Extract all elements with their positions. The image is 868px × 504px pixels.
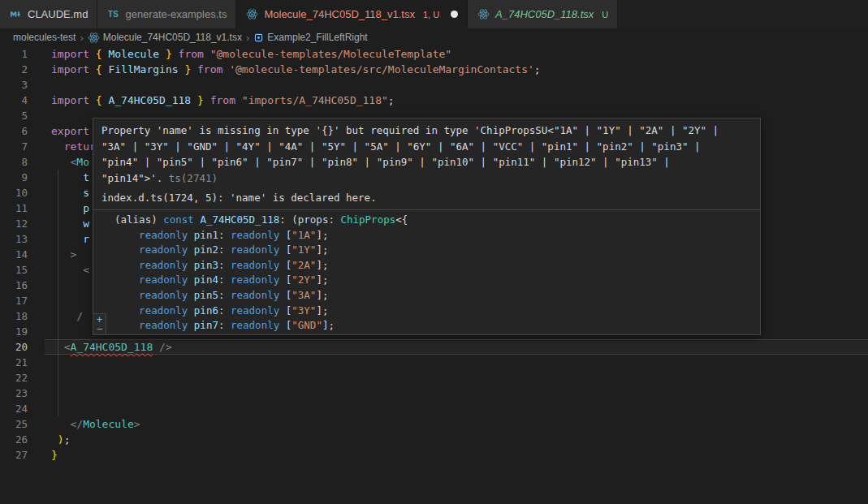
hover-code-line-7: readonly pin6: readonly ["3Y"]; <box>114 304 752 319</box>
token-id: pin5 <box>194 289 218 301</box>
tab-Molecule_74HC05D_118_v1.tsx[interactable]: Molecule_74HC05D_118_v1.tsx1, U <box>236 0 468 28</box>
line-content[interactable]: <A_74HC05D_118 /> <box>28 339 172 355</box>
token-plain: ]; <box>316 259 328 271</box>
line-content[interactable]: import { Molecule } from "@molecule-temp… <box>28 46 451 62</box>
line-content[interactable]: r <box>28 231 89 247</box>
code-line-26[interactable]: 26 ); <box>0 432 868 447</box>
line-content[interactable]: </Molecule> <box>28 416 140 432</box>
token-msg: "pin4" | "pin5" | "pin6" | "pin7" | "pin… <box>101 156 670 168</box>
line-content[interactable]: / <box>28 308 83 324</box>
token-kw2: readonly <box>231 229 286 241</box>
token-id: r <box>51 233 89 245</box>
line-content[interactable] <box>28 355 51 370</box>
token-kw2: readonly <box>139 259 194 271</box>
line-content[interactable]: t <box>28 170 89 185</box>
line-content[interactable]: p <box>28 200 89 216</box>
tab-label: Molecule_74HC05D_118_v1.tsx <box>264 8 414 20</box>
token-plain: : (props: <box>279 213 340 226</box>
token-str: "3Y" <box>291 304 316 317</box>
token-brace: ) <box>51 433 64 446</box>
breadcrumb-item-molecules-test[interactable]: molecules-test <box>13 32 76 43</box>
line-content[interactable]: retur <box>28 139 96 154</box>
token-tag: /> <box>159 341 172 353</box>
line-content[interactable]: ); <box>28 432 70 447</box>
token-kw2: const <box>163 213 200 226</box>
tab-CLAUDE.md[interactable]: CLAUDE.md <box>0 0 97 28</box>
token-plain <box>114 243 139 256</box>
code-line-3[interactable]: 3 <box>0 77 868 93</box>
line-content[interactable] <box>28 108 51 123</box>
tab-decoration: 1, U <box>423 10 439 19</box>
token-id: pin1 <box>194 229 218 241</box>
hover-code-line-5: readonly pin4: readonly ["2Y"]; <box>114 273 752 288</box>
breadcrumb-item-Example2_FillLeftRight[interactable]: Example2_FillLeftRight <box>253 32 367 43</box>
line-content[interactable]: > <box>28 247 76 262</box>
line-content[interactable]: export <box>28 123 89 139</box>
decrease-verbosity-button[interactable]: − <box>97 325 102 333</box>
code-line-1[interactable]: 1import { Molecule } from "@molecule-tem… <box>0 46 868 62</box>
hover-message-line-3: "pin4" | "pin5" | "pin6" | "pin7" | "pin… <box>101 154 752 170</box>
symbol-icon <box>253 32 264 43</box>
code-line-23[interactable]: 23 <box>0 386 868 401</box>
token-plain: ]; <box>316 243 328 256</box>
react-icon <box>477 8 490 21</box>
code-line-24[interactable]: 24 <box>0 401 868 416</box>
code-line-20[interactable]: 20 <A_74HC05D_118 /> <box>0 339 868 355</box>
token-id: s <box>51 187 89 199</box>
modified-dot-icon[interactable] <box>451 11 458 18</box>
line-number: 22 <box>0 370 28 386</box>
ts-icon: TS <box>106 8 119 21</box>
token-id: Molecule <box>102 48 166 60</box>
line-number: 6 <box>0 123 28 139</box>
breadcrumb-item-Molecule_74HC05D_118_v1.tsx[interactable]: Molecule_74HC05D_118_v1.tsx <box>88 32 242 44</box>
token-tag: > <box>134 418 140 430</box>
code-line-2[interactable]: 2import { FillMargins } from '@molecule-… <box>0 62 868 77</box>
breadcrumb-label: Molecule_74HC05D_118_v1.tsx <box>103 32 242 43</box>
line-content[interactable] <box>28 370 51 386</box>
line-content[interactable] <box>28 278 51 293</box>
token-plain: ]; <box>316 289 328 301</box>
token-plain <box>114 274 139 286</box>
line-content[interactable]: s <box>28 185 89 200</box>
line-content[interactable]: <Mo <box>28 154 89 170</box>
code-line-27[interactable]: 27} <box>0 447 868 463</box>
line-content[interactable] <box>28 293 51 308</box>
hover-code-line-2: readonly pin1: readonly ["1A"]; <box>114 228 752 243</box>
tab-A_74HC05D_118.tsx[interactable]: A_74HC05D_118.tsxU <box>468 0 618 28</box>
token-kw2: readonly <box>231 259 286 271</box>
hover-declared-link[interactable]: index.d.ts(1724, 5): 'name' is declared … <box>93 187 760 209</box>
line-number: 18 <box>0 308 28 324</box>
token-tag: < <box>51 341 70 353</box>
editor[interactable]: 1import { Molecule } from "@molecule-tem… <box>0 46 868 504</box>
line-content[interactable]: < <box>28 262 89 278</box>
breadcrumb: molecules-test›Molecule_74HC05D_118_v1.t… <box>0 28 868 46</box>
token-kw: from <box>204 94 242 106</box>
token-kw: retur <box>51 140 96 153</box>
line-content[interactable]: } <box>28 447 58 463</box>
code-line-25[interactable]: 25 </Molecule> <box>0 416 868 432</box>
token-kw2: readonly <box>231 289 286 301</box>
token-str: "2A" <box>291 259 316 271</box>
code-line-22[interactable]: 22 <box>0 370 868 386</box>
line-content[interactable]: w <box>28 216 89 231</box>
token-kw: import <box>51 48 89 60</box>
line-content[interactable]: import { A_74HC05D_118 } from "imports/A… <box>28 93 395 108</box>
token-str: "1Y" <box>291 243 316 256</box>
line-content[interactable]: import { FillMargins } from '@molecule-t… <box>28 62 541 77</box>
line-content[interactable] <box>28 401 51 416</box>
tab-generate-examples.ts[interactable]: TSgenerate-examples.ts <box>97 0 236 28</box>
line-content[interactable] <box>28 324 51 339</box>
code-line-4[interactable]: 4import { A_74HC05D_118 } from "imports/… <box>0 93 868 108</box>
tab-label: A_74HC05D_118.tsx <box>495 8 594 20</box>
token-kw2: readonly <box>231 304 286 317</box>
line-number: 1 <box>0 46 28 62</box>
token-type: Molecule <box>83 418 134 430</box>
line-number: 26 <box>0 432 28 447</box>
code-line-21[interactable]: 21 <box>0 355 868 370</box>
line-number: 19 <box>0 324 28 339</box>
token-brace: } <box>166 48 172 60</box>
token-tag: </ <box>51 418 83 430</box>
line-content[interactable] <box>28 77 51 93</box>
line-content[interactable] <box>28 386 51 401</box>
token-kw: export <box>51 125 89 137</box>
